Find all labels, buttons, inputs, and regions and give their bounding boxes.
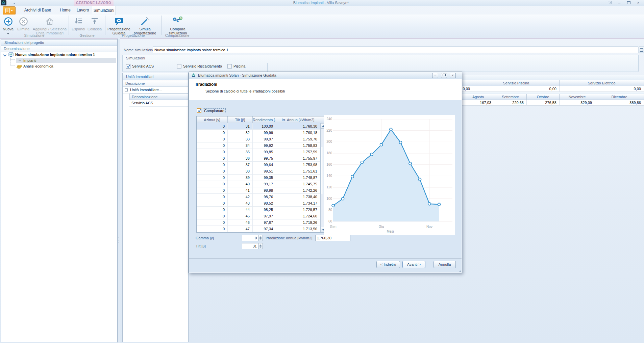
tree-item-root[interactable]: Nuova simulazione impianto solare termic… <box>1 52 117 58</box>
tab-lavoro[interactable]: Lavoro <box>74 6 92 15</box>
group-separator <box>105 16 105 35</box>
gamma-spinner[interactable]: 0 <box>242 235 258 241</box>
checkbox-servizio-acs[interactable]: Servizio ACS <box>126 63 154 69</box>
irradiation-table-row[interactable]: 04498,251.729,57 <box>197 207 326 213</box>
tab-archivi-di-base[interactable]: Archivi di Base <box>19 6 57 15</box>
irradiation-table-row[interactable]: 03699,751.755,97 <box>197 155 326 162</box>
checkbox-unchecked-icon[interactable] <box>227 64 232 69</box>
table-cell: 0 <box>197 175 228 181</box>
tree-item-label[interactable]: Nuova simulazione impianto solare termic… <box>15 52 95 58</box>
nome-simulazione-input[interactable] <box>153 47 638 53</box>
edit-name-button[interactable] <box>639 47 644 53</box>
irradiation-table-row[interactable]: 04099,171.745,75 <box>197 181 326 187</box>
irradiation-chart: 2402202001801601401201008060GenGiuNovMes… <box>324 115 455 235</box>
chevron-down-icon[interactable] <box>3 53 7 57</box>
resize-grip-icon[interactable] <box>457 268 461 272</box>
irradiation-table-row[interactable]: 04797,341.713,56 <box>197 226 326 232</box>
irradiazione-annua-label: Irradiazione annua [kwh/m2] <box>266 236 312 240</box>
table-cell: 1.729,57 <box>276 207 320 213</box>
tree-item-analisi-economica[interactable]: Analisi economica <box>1 63 117 69</box>
checkbox-checked-icon[interactable] <box>197 108 201 113</box>
restore-icon[interactable] <box>626 1 631 5</box>
irradiation-table-row[interactable]: 04697,671.719,26 <box>197 219 326 226</box>
irradiation-table-row[interactable]: 031100,001.760,30 <box>197 123 326 130</box>
tree-guide-line <box>10 59 15 60</box>
irradiation-table-row[interactable]: 03399,971.759,70 <box>197 136 326 142</box>
table-cell: 99,51 <box>253 168 276 175</box>
table-cell: 0 <box>197 181 228 187</box>
splitter-grip-icon <box>119 236 119 244</box>
irradiation-table-row[interactable]: 03899,511.751,61 <box>197 168 326 175</box>
simulation-icon <box>8 52 14 57</box>
table-cell: 100,00 <box>253 123 276 130</box>
table-gap-strip <box>462 92 644 94</box>
window-controls: – × <box>608 1 641 5</box>
irradiation-table-row[interactable]: 03999,351.748,87 <box>197 175 326 181</box>
services-header-cell: Servizio Piscina <box>473 80 560 86</box>
gamma-spin-buttons[interactable] <box>258 235 263 241</box>
unita-group-row[interactable]: Unità immobiliare... <box>123 87 188 94</box>
table-row-servizio-acs[interactable]: Servizio ACS <box>129 100 188 107</box>
checkbox-checked-icon[interactable] <box>126 64 130 69</box>
services-value-cell: 0,00 <box>462 86 473 92</box>
irradiation-table-row[interactable]: 03799,641.753,98 <box>197 162 326 168</box>
checkbox-complanare[interactable]: Complanare <box>197 108 225 113</box>
tab-home[interactable]: Home <box>57 6 74 15</box>
column-header-irr-annua[interactable]: Irr. Annua [kWh/m2] <box>276 116 320 123</box>
dialog-minimize-icon[interactable]: – <box>432 73 438 78</box>
annulla-button[interactable]: Annulla <box>434 261 456 268</box>
column-header-denominazione[interactable]: Denominazione <box>129 94 188 100</box>
dialog-titlebar[interactable]: Blumatica impianti Solari - Simulazione … <box>189 72 462 79</box>
column-header-tilt[interactable]: Tilt [β] <box>228 116 253 123</box>
table-cell: 39 <box>228 175 253 181</box>
irradiation-table-row[interactable]: 03499,921.758,83 <box>197 142 326 149</box>
tree-item-label[interactable]: Analisi economica <box>23 63 53 69</box>
tree-item-impianti[interactable]: Impianti <box>1 58 117 63</box>
irradiation-table-row[interactable]: 03299,991.760,18 <box>197 130 326 136</box>
tilt-spin-buttons[interactable] <box>258 243 263 249</box>
tab-simulazioni[interactable]: Simulazioni <box>92 6 116 15</box>
table-cell: 1.753,98 <box>276 162 320 168</box>
irradiation-table-row[interactable]: 04597,971.724,60 <box>197 213 326 219</box>
irradiazione-annua-field[interactable]: 1.760,30 <box>315 235 350 241</box>
column-header-denominazione[interactable]: Denominazione <box>1 46 117 52</box>
checkbox-servizio-riscaldamento[interactable]: Servizio Riscaldamento <box>177 63 222 69</box>
month-value-cell: 389,86 <box>595 100 644 106</box>
tilt-spinner[interactable]: 31 <box>242 243 258 249</box>
app-logo-icon <box>1 0 6 5</box>
indietro-button[interactable]: < Indietro <box>376 261 400 268</box>
services-table-header-row: Servizio PiscinaServizio Elettrico <box>462 80 644 86</box>
table-cell: 1.734,17 <box>276 200 320 207</box>
svg-text:60: 60 <box>328 219 332 223</box>
tree-item-label[interactable]: Impianti <box>23 58 36 63</box>
collapse-list-icon <box>90 17 99 26</box>
column-header-rendimento[interactable]: Rendimento [... <box>253 116 276 123</box>
ribbon-tab-row: Archivi di Base Home Lavoro Simulazioni <box>0 6 644 15</box>
dialog-simulazione-guidata: Blumatica impianti Solari - Simulazione … <box>189 72 462 273</box>
dialog-close-icon[interactable]: × <box>450 73 456 78</box>
column-header-descrizione[interactable]: Descrizione <box>123 80 188 87</box>
table-cell: 99,97 <box>253 136 276 142</box>
irradiation-table-row[interactable]: 04298,761.738,40 <box>197 194 326 200</box>
screen-mode-icon[interactable] <box>608 1 612 5</box>
gamma-label: Gamma [γ] <box>196 236 214 240</box>
dialog-heading: Irradiazioni <box>196 82 217 87</box>
services-value-cell: 0,00 <box>560 86 644 92</box>
dialog-restore-icon[interactable] <box>441 73 447 78</box>
collapse-minus-icon[interactable] <box>125 88 128 91</box>
checkbox-unchecked-icon[interactable] <box>177 64 181 69</box>
table-cell: 1.742,26 <box>276 187 320 194</box>
minimize-icon[interactable]: – <box>617 1 622 5</box>
column-header-azimut[interactable]: Azimut [γ] <box>197 116 228 123</box>
close-icon[interactable]: × <box>636 1 641 5</box>
file-menu-button[interactable] <box>3 6 16 15</box>
panel-splitter[interactable] <box>118 38 120 343</box>
irradiation-table-row[interactable]: 04198,981.742,26 <box>197 187 326 194</box>
avanti-button[interactable]: Avanti > <box>402 261 425 268</box>
quick-access-customize-icon[interactable] <box>13 2 16 4</box>
table-cell: 0 <box>197 207 228 213</box>
checkbox-piscina[interactable]: Piscina <box>227 63 245 69</box>
irradiation-table-row[interactable]: 04398,521.734,17 <box>197 200 326 207</box>
irradiation-table-row[interactable]: 03599,851.757,59 <box>197 149 326 155</box>
impianti-icon <box>19 60 21 61</box>
